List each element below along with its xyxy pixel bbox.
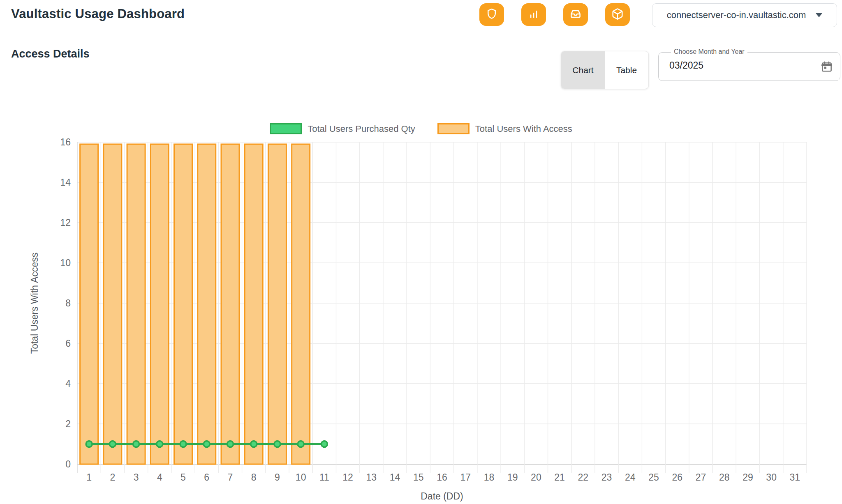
- svg-text:19: 19: [507, 472, 518, 483]
- svg-text:12: 12: [60, 217, 71, 228]
- cube-icon: [611, 8, 624, 21]
- svg-text:23: 23: [601, 472, 612, 483]
- svg-text:8: 8: [251, 472, 257, 483]
- toggle-table-button[interactable]: Table: [605, 51, 648, 89]
- svg-text:14: 14: [390, 472, 400, 483]
- calendar-button[interactable]: [819, 59, 835, 75]
- svg-text:Date (DD): Date (DD): [421, 491, 463, 502]
- cube-nav-button[interactable]: [605, 3, 630, 26]
- svg-text:29: 29: [743, 472, 753, 483]
- shield-icon: [486, 8, 498, 21]
- svg-text:Total Users With Access: Total Users With Access: [29, 253, 40, 354]
- svg-text:10: 10: [60, 258, 71, 268]
- svg-text:28: 28: [719, 472, 730, 483]
- svg-text:17: 17: [460, 472, 471, 483]
- svg-text:1: 1: [86, 472, 92, 483]
- svg-text:8: 8: [65, 298, 71, 308]
- svg-text:12: 12: [342, 472, 353, 483]
- vaultastic-dashboard: Vaultastic Usage Dashboard: [0, 0, 842, 504]
- page-title: Vaultastic Usage Dashboard: [11, 7, 185, 21]
- svg-text:11: 11: [319, 472, 329, 483]
- svg-text:30: 30: [766, 472, 777, 483]
- svg-text:26: 26: [672, 472, 682, 483]
- svg-text:10: 10: [296, 472, 306, 483]
- svg-text:7: 7: [228, 472, 233, 483]
- svg-text:0: 0: [65, 459, 71, 469]
- chevron-down-icon: [816, 13, 822, 17]
- bar-chart-nav-button[interactable]: [521, 3, 546, 26]
- month-picker-label: Choose Month and Year: [671, 48, 747, 55]
- svg-text:15: 15: [413, 472, 424, 483]
- svg-text:2: 2: [65, 419, 71, 429]
- svg-text:5: 5: [180, 472, 186, 483]
- svg-text:14: 14: [60, 177, 71, 188]
- shield-nav-button[interactable]: [479, 3, 504, 26]
- svg-text:20: 20: [531, 472, 541, 483]
- month-picker-field: Choose Month and Year: [658, 52, 840, 81]
- svg-text:6: 6: [65, 338, 71, 349]
- inbox-icon: [569, 8, 582, 21]
- bar-chart-icon: [527, 8, 540, 21]
- svg-text:13: 13: [366, 472, 377, 483]
- svg-text:21: 21: [554, 472, 565, 483]
- domain-selector[interactable]: connectserver-co-in.vaultastic.com: [652, 3, 837, 27]
- svg-text:4: 4: [157, 472, 162, 483]
- toggle-chart-button[interactable]: Chart: [561, 51, 605, 89]
- svg-text:18: 18: [484, 472, 495, 483]
- month-picker-input[interactable]: [669, 60, 805, 71]
- inbox-nav-button[interactable]: [563, 3, 588, 26]
- svg-text:6: 6: [204, 472, 209, 483]
- svg-text:9: 9: [275, 472, 280, 483]
- nav-icon-bar: [479, 3, 630, 26]
- svg-text:16: 16: [60, 137, 71, 147]
- svg-text:3: 3: [134, 472, 139, 483]
- svg-text:22: 22: [578, 472, 589, 483]
- svg-text:16: 16: [437, 472, 447, 483]
- calendar-icon: [821, 68, 833, 74]
- svg-text:24: 24: [625, 472, 636, 483]
- domain-selector-value: connectserver-co-in.vaultastic.com: [667, 10, 806, 21]
- usage-chart: 0246810121416123456789101112131415161718…: [12, 119, 830, 503]
- svg-text:25: 25: [648, 472, 659, 483]
- view-toggle: Chart Table: [561, 51, 649, 89]
- section-title: Access Details: [11, 48, 90, 60]
- svg-text:27: 27: [696, 472, 706, 483]
- svg-text:2: 2: [110, 472, 115, 483]
- svg-text:31: 31: [790, 472, 800, 483]
- svg-text:4: 4: [65, 378, 71, 389]
